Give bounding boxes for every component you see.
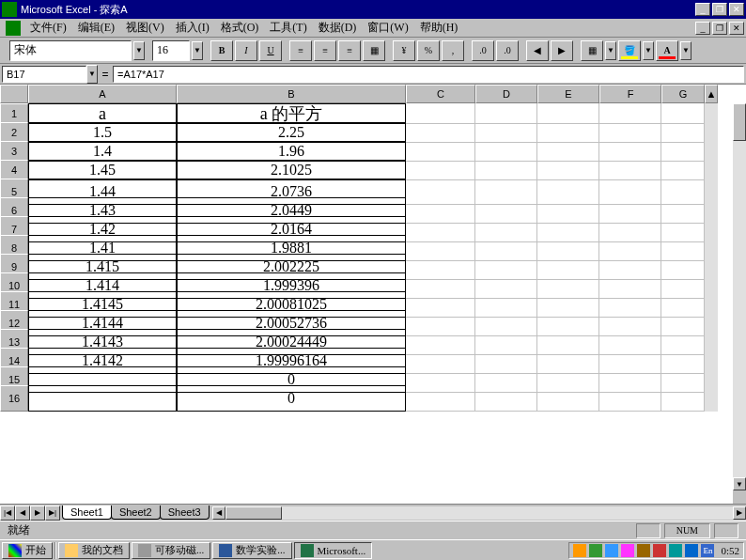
increase-decimal-button[interactable]: .0 (472, 40, 494, 61)
formula-input[interactable]: =A17*A17 (113, 66, 744, 83)
bold-button[interactable]: B (210, 40, 233, 61)
tray-icon[interactable] (573, 544, 586, 557)
cell[interactable] (475, 385, 537, 412)
cell[interactable]: a (28, 103, 177, 124)
vscroll-track[interactable] (733, 103, 746, 477)
hscroll-left[interactable]: ◀ (212, 506, 225, 520)
cell[interactable] (537, 103, 599, 124)
vertical-scrollbar[interactable]: ▼ (733, 103, 746, 504)
tab-prev-button[interactable]: ◀ (15, 506, 30, 521)
close-button[interactable]: ✕ (729, 3, 744, 16)
borders-dropdown[interactable]: ▼ (605, 41, 616, 60)
cell[interactable] (406, 122, 475, 143)
hscroll-right[interactable]: ▶ (733, 506, 746, 520)
row-header[interactable]: 16 (0, 385, 28, 412)
minimize-button[interactable]: _ (695, 3, 710, 16)
tray-icon[interactable] (605, 544, 618, 557)
tab-first-button[interactable]: |◀ (0, 506, 15, 521)
col-header-e[interactable]: E (537, 85, 599, 103)
cell[interactable] (475, 160, 537, 180)
hscroll-track[interactable] (225, 506, 733, 520)
align-center-button[interactable]: ≡ (314, 40, 336, 61)
horizontal-scrollbar[interactable]: ◀ ▶ (212, 506, 746, 520)
cell[interactable] (406, 141, 475, 162)
clock[interactable]: 0:52 (721, 545, 739, 556)
cell[interactable] (406, 385, 475, 412)
tray-icon[interactable] (669, 544, 682, 557)
cell[interactable] (599, 160, 661, 180)
fill-color-dropdown[interactable]: ▼ (643, 41, 654, 60)
vscroll-thumb[interactable] (733, 103, 746, 141)
cell[interactable] (661, 103, 705, 124)
row-header[interactable]: 3 (0, 141, 28, 162)
row-header[interactable]: 2 (0, 122, 28, 143)
col-header-a[interactable]: A (28, 85, 177, 103)
decrease-indent-button[interactable]: ◀ (526, 40, 549, 61)
menu-data[interactable]: 数据(D) (313, 18, 363, 38)
italic-button[interactable]: I (235, 40, 257, 61)
merge-button[interactable]: ▦ (363, 40, 385, 61)
col-header-c[interactable]: C (406, 85, 475, 103)
row-header[interactable]: 1 (0, 103, 28, 124)
col-header-f[interactable]: F (599, 85, 661, 103)
doc-close-button[interactable]: ✕ (729, 22, 744, 35)
sheet-tab-3[interactable]: Sheet3 (160, 506, 210, 520)
cell[interactable]: 0 (177, 385, 406, 412)
comma-button[interactable]: , (442, 40, 464, 61)
cell[interactable]: 1.96 (177, 141, 406, 162)
align-right-button[interactable]: ≡ (338, 40, 361, 61)
menu-tools[interactable]: 工具(T) (264, 18, 312, 38)
tray-ime-icon[interactable]: En (701, 544, 714, 557)
cell[interactable] (599, 122, 661, 143)
sheet-tab-2[interactable]: Sheet2 (111, 506, 161, 520)
name-box[interactable]: B17 (2, 66, 86, 83)
tab-last-button[interactable]: ▶| (45, 506, 60, 521)
font-size-box[interactable]: 16 (152, 40, 190, 61)
menu-format[interactable]: 格式(O) (215, 18, 265, 38)
select-all-corner[interactable] (0, 85, 28, 103)
tray-icon[interactable] (685, 544, 698, 557)
task-math[interactable]: 数学实验... (212, 542, 291, 559)
cell[interactable] (537, 385, 599, 412)
cell[interactable] (599, 141, 661, 162)
task-excel[interactable]: Microsoft... (294, 542, 373, 559)
start-button[interactable]: 开始 (2, 542, 53, 559)
tray-icon[interactable] (621, 544, 634, 557)
cell[interactable]: 1.5 (28, 122, 177, 143)
hscroll-thumb[interactable] (225, 506, 282, 520)
font-size-dropdown[interactable]: ▼ (192, 41, 203, 60)
sheet-tab-1[interactable]: Sheet1 (62, 506, 112, 520)
vscroll-up[interactable]: ▲ (705, 85, 718, 103)
cell[interactable] (475, 103, 537, 124)
borders-button[interactable]: ▦ (581, 40, 603, 61)
cell[interactable] (537, 122, 599, 143)
cell[interactable] (28, 385, 177, 412)
cell[interactable]: 1.4 (28, 141, 177, 162)
cell[interactable] (599, 385, 661, 412)
vscroll-down[interactable]: ▼ (733, 477, 746, 490)
align-left-button[interactable]: ≡ (289, 40, 312, 61)
col-header-d[interactable]: D (475, 85, 537, 103)
percent-button[interactable]: % (417, 40, 440, 61)
col-header-b[interactable]: B (177, 85, 406, 103)
col-header-g[interactable]: G (661, 85, 705, 103)
tray-icon[interactable] (653, 544, 666, 557)
cell[interactable]: 1.45 (28, 160, 177, 180)
menu-view[interactable]: 视图(V) (120, 18, 170, 38)
tray-icon[interactable] (637, 544, 650, 557)
decrease-decimal-button[interactable]: .0 (496, 40, 519, 61)
menu-file[interactable]: 文件(F) (24, 18, 72, 38)
font-name-dropdown[interactable]: ▼ (133, 41, 145, 60)
cell[interactable] (661, 141, 705, 162)
font-color-dropdown[interactable]: ▼ (680, 41, 692, 60)
restore-button[interactable]: ❐ (712, 3, 727, 16)
currency-button[interactable]: ¥ (393, 40, 415, 61)
row-header[interactable]: 4 (0, 160, 28, 180)
cell[interactable] (599, 103, 661, 124)
menu-help[interactable]: 帮助(H) (414, 18, 464, 38)
tab-next-button[interactable]: ▶ (30, 506, 45, 521)
cell[interactable] (537, 160, 599, 180)
cell[interactable] (475, 122, 537, 143)
increase-indent-button[interactable]: ▶ (551, 40, 573, 61)
cell[interactable] (475, 141, 537, 162)
